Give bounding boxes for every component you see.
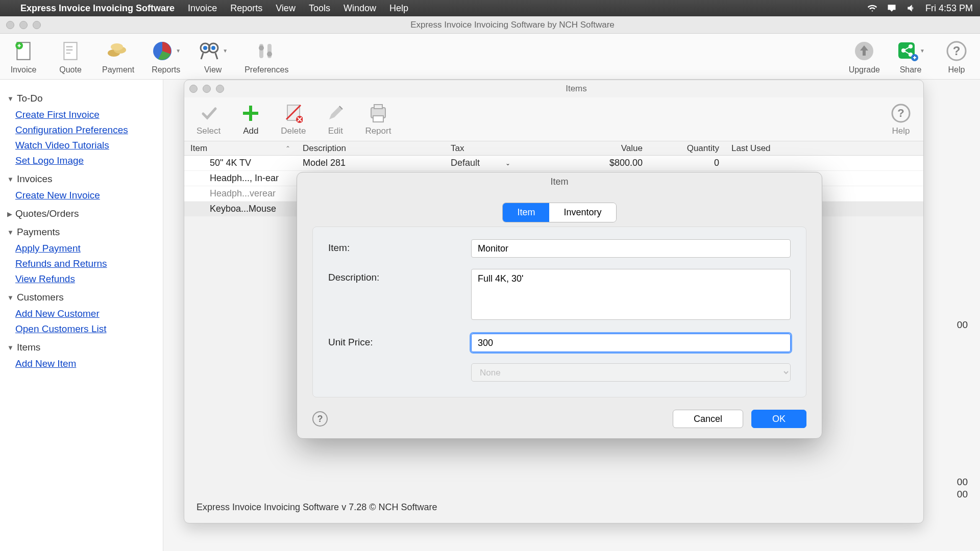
sidebar-section-invoices[interactable]: ▼Invoices: [7, 173, 156, 185]
toolbar-reports[interactable]: ▼ Reports: [151, 39, 181, 74]
unit-price-input[interactable]: [471, 334, 791, 352]
col-tax[interactable]: Tax: [445, 143, 547, 154]
sidebar-link-create-new-invoice[interactable]: Create New Invoice: [15, 190, 156, 201]
sidebar-link-open-customers-list[interactable]: Open Customers List: [15, 323, 156, 335]
items-toolbar-add[interactable]: Add: [241, 103, 260, 136]
ok-button[interactable]: OK: [751, 410, 806, 428]
sidebar-section-todo[interactable]: ▼To-Do: [7, 93, 156, 104]
menu-help[interactable]: Help: [389, 3, 408, 14]
menu-view[interactable]: View: [276, 3, 296, 14]
toolbar-reports-label: Reports: [152, 65, 180, 74]
tab-item[interactable]: Item: [503, 203, 549, 222]
menu-invoice[interactable]: Invoice: [188, 3, 217, 14]
items-toolbar: Select Add Delete Edit Report: [184, 97, 923, 141]
sidebar-section-items[interactable]: ▼Items: [7, 342, 156, 353]
sidebar-section-customers[interactable]: ▼Customers: [7, 292, 156, 303]
unit-price-label: Unit Price:: [328, 334, 471, 348]
sidebar-section-payments-label: Payments: [17, 227, 60, 238]
toolbar-view[interactable]: ▼ View: [198, 39, 228, 74]
tax-select[interactable]: None: [471, 363, 791, 382]
items-toolbar-report[interactable]: Report: [365, 103, 391, 136]
item-dialog-title: Item: [297, 172, 822, 193]
toolbar-payment[interactable]: Payment: [102, 39, 134, 74]
menu-reports[interactable]: Reports: [230, 3, 262, 14]
sidebar-link-refunds-returns[interactable]: Refunds and Returns: [15, 258, 156, 269]
items-window-minimize[interactable]: [203, 85, 211, 93]
sidebar-section-todo-label: To-Do: [17, 93, 43, 104]
sidebar: ▼To-Do Create First Invoice Configuratio…: [0, 80, 163, 551]
table-row[interactable]: 50" 4K TV Model 281 Default⌄ $800.00 0: [184, 156, 923, 171]
toolbar-payment-label: Payment: [102, 65, 134, 74]
sidebar-link-add-new-customer[interactable]: Add New Customer: [15, 308, 156, 319]
col-description[interactable]: Description: [297, 143, 445, 154]
items-toolbar-edit-label: Edit: [328, 126, 343, 136]
col-quantity[interactable]: Quantity: [649, 143, 725, 154]
toolbar-upgrade-label: Upgrade: [849, 65, 880, 74]
description-input[interactable]: [471, 269, 791, 320]
items-toolbar-report-label: Report: [365, 126, 391, 136]
items-window-title: Items: [234, 84, 918, 94]
main-toolbar: Invoice Quote Payment ▼ Reports ▼ View P…: [0, 34, 980, 80]
airplay-icon[interactable]: [887, 3, 897, 13]
dialog-help-button[interactable]: ?: [312, 411, 328, 427]
sidebar-link-watch-tutorials[interactable]: Watch Video Tutorials: [15, 140, 156, 151]
chevron-down-icon[interactable]: ⌄: [505, 160, 510, 167]
clock[interactable]: Fri 4:53 PM: [925, 3, 973, 14]
table-header: Item⌃ Description Tax Value Quantity Las…: [184, 141, 923, 156]
svg-rect-26: [374, 105, 382, 109]
footer-version: Express Invoice Invoicing Software v 7.2…: [197, 502, 437, 513]
volume-icon[interactable]: [906, 3, 916, 13]
toolbar-preferences[interactable]: Preferences: [244, 39, 288, 74]
sidebar-link-view-refunds[interactable]: View Refunds: [15, 273, 156, 285]
items-toolbar-select[interactable]: Select: [197, 103, 220, 136]
svg-point-5: [111, 43, 123, 51]
window-zoom[interactable]: [33, 21, 41, 29]
menu-tools[interactable]: Tools: [309, 3, 330, 14]
items-window-close[interactable]: [189, 85, 198, 93]
toolbar-share[interactable]: ▼ Share: [895, 39, 926, 74]
window-close[interactable]: [6, 21, 14, 29]
sidebar-link-apply-payment[interactable]: Apply Payment: [15, 243, 156, 254]
items-toolbar-edit[interactable]: Edit: [326, 103, 345, 136]
tab-group: Item Inventory: [502, 203, 616, 222]
sidebar-link-set-logo[interactable]: Set Logo Image: [15, 155, 156, 166]
svg-point-13: [259, 45, 264, 51]
app-name[interactable]: Express Invoice Invoicing Software: [20, 3, 175, 14]
items-toolbar-help-label: Help: [892, 126, 910, 136]
tab-inventory[interactable]: Inventory: [549, 203, 616, 222]
items-window-zoom[interactable]: [216, 85, 224, 93]
sidebar-link-add-new-item[interactable]: Add New Item: [15, 358, 156, 369]
col-value[interactable]: Value: [547, 143, 649, 154]
col-item[interactable]: Item⌃: [184, 143, 297, 154]
sidebar-link-config-prefs[interactable]: Configuration Preferences: [15, 124, 156, 136]
window-minimize[interactable]: [19, 21, 28, 29]
background-value-3: 00: [957, 489, 968, 500]
wifi-icon[interactable]: [867, 3, 877, 13]
items-toolbar-help[interactable]: ? Help: [891, 103, 911, 136]
background-value-1: 00: [957, 319, 968, 331]
svg-text:?: ?: [953, 44, 961, 58]
toolbar-share-label: Share: [900, 65, 922, 74]
item-dialog: Item Item Inventory Item: Description:: [297, 172, 822, 439]
sidebar-section-payments[interactable]: ▼Payments: [7, 227, 156, 238]
sidebar-section-quotes-label: Quotes/Orders: [15, 208, 79, 219]
toolbar-help[interactable]: ? Help: [941, 39, 972, 74]
toolbar-invoice[interactable]: Invoice: [8, 39, 39, 74]
toolbar-upgrade[interactable]: Upgrade: [849, 39, 880, 74]
items-toolbar-delete[interactable]: Delete: [281, 103, 306, 136]
sidebar-link-create-first-invoice[interactable]: Create First Invoice: [15, 109, 156, 120]
cancel-button[interactable]: Cancel: [673, 410, 743, 428]
background-value-2: 00: [957, 477, 968, 488]
content-area: 00 00 00 Items Select Add: [163, 80, 980, 551]
toolbar-view-label: View: [204, 65, 222, 74]
window-titlebar: Express Invoice Invoicing Software by NC…: [0, 16, 980, 34]
toolbar-quote[interactable]: Quote: [55, 39, 86, 74]
svg-point-9: [203, 46, 207, 50]
sidebar-section-quotes[interactable]: ▶Quotes/Orders: [7, 208, 156, 219]
item-name-label: Item:: [328, 239, 471, 254]
col-last-used[interactable]: Last Used: [725, 143, 817, 154]
menu-window[interactable]: Window: [344, 3, 376, 14]
toolbar-help-label: Help: [948, 65, 965, 74]
svg-rect-2: [64, 42, 77, 60]
item-name-input[interactable]: [471, 239, 791, 258]
